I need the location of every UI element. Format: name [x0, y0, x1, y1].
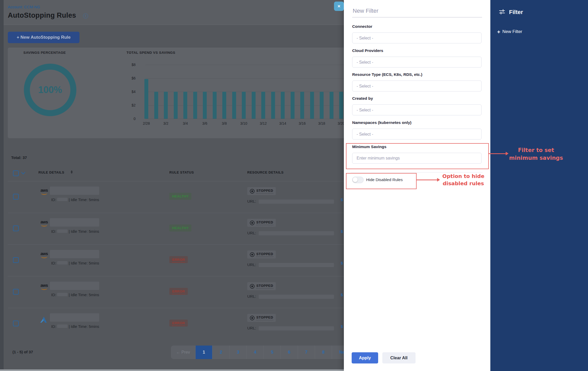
status-badge: ERROR — [169, 256, 188, 263]
spend-bar — [320, 92, 324, 119]
aws-icon: aws — [39, 252, 49, 258]
spend-bar — [242, 92, 246, 119]
spend-bar — [213, 92, 217, 119]
spend-bar — [310, 92, 314, 119]
redacted-rule-name — [50, 282, 99, 290]
row-checkbox[interactable] — [13, 321, 19, 326]
column-rule-details: RULE DETAILS — [38, 170, 64, 174]
resource-url-line: URL: — [247, 294, 334, 299]
x-axis-tick: 3/18 — [316, 121, 328, 125]
azure-icon — [40, 316, 47, 324]
y-axis-tick: $6 — [122, 76, 136, 80]
hide-disabled-rules-label: Hide Disabled Rules — [366, 177, 403, 182]
spend-bar — [222, 92, 226, 119]
rule-id-line: ID: | Idle Time: 5mins — [51, 197, 99, 202]
sliders-icon — [499, 8, 505, 16]
created-by-select[interactable]: - Select - — [352, 104, 482, 115]
stopped-icon — [250, 316, 255, 320]
spend-bar — [144, 79, 148, 119]
cloud-providers-select[interactable]: - Select - — [352, 57, 482, 68]
sort-icon[interactable] — [71, 170, 73, 174]
spend-chart-title: TOTAL SPEND VS SAVINGS — [126, 51, 175, 55]
spend-bar — [252, 92, 256, 119]
resource-state-badge[interactable]: STOPPED — [247, 314, 276, 322]
filter-name-input[interactable] — [352, 7, 483, 15]
spend-bar — [339, 92, 343, 119]
clear-all-button[interactable]: Clear All — [382, 352, 416, 363]
collapsed-nav-strip — [0, 0, 4, 371]
rule-id-line: ID: | Idle Time: 5mins — [51, 229, 99, 234]
resource-url-line: URL: — [247, 326, 334, 330]
y-axis-tick: $4 — [122, 90, 136, 94]
spend-bar — [300, 92, 304, 119]
page-button-2[interactable]: 2 — [212, 346, 230, 359]
resource-state-badge[interactable]: STOPPED — [247, 250, 276, 259]
spend-bar — [183, 92, 187, 119]
spend-bar — [174, 92, 178, 119]
plus-icon: + — [497, 30, 500, 34]
breadcrumb-account-link[interactable]: Account: CCM-NG — [8, 5, 40, 9]
section-divider — [351, 172, 483, 173]
savings-fragment: $ — [341, 197, 343, 202]
page-button-4[interactable]: 4 — [247, 346, 264, 359]
resource-state-badge[interactable]: STOPPED — [247, 187, 276, 195]
spend-bar — [330, 92, 333, 119]
pagination-range-label: (1 - 5) of 37 — [12, 350, 33, 354]
namespaces-select[interactable]: - Select - — [352, 129, 482, 140]
aws-icon: aws — [39, 220, 49, 227]
page-button-1[interactable]: 1 — [196, 346, 213, 359]
rule-id-line: ID: | Idle Time: 5mins — [51, 293, 99, 297]
pagination: ← Prev 1 2 3 4 5 6 7 8 Next — [171, 346, 355, 359]
spend-bar — [193, 92, 197, 119]
spend-bar — [154, 92, 158, 119]
x-axis-tick: 3/16 — [296, 121, 308, 125]
table-total-count: Total: 37 — [11, 155, 27, 160]
status-badge: ERROR — [169, 320, 188, 327]
savings-percentage-title: SAVINGS PERCENTAGE — [23, 51, 66, 55]
status-badge: ERROR — [169, 288, 188, 295]
select-all-checkbox[interactable] — [13, 170, 19, 176]
resource-state-badge[interactable]: STOPPED — [247, 282, 276, 290]
stopped-icon — [250, 189, 255, 194]
cloud-providers-label: Cloud Providers — [352, 48, 383, 53]
new-filter-drawer: Connector - Select - Cloud Providers - S… — [344, 0, 490, 371]
x-axis-tick: 3/12 — [257, 121, 269, 125]
info-icon[interactable]: i — [83, 14, 88, 18]
minimum-savings-input[interactable] — [352, 153, 482, 164]
row-checkbox[interactable] — [13, 226, 19, 231]
y-axis-tick: $8 — [122, 63, 136, 67]
x-axis-tick: 3/14 — [277, 121, 289, 125]
connector-select[interactable]: - Select - — [352, 32, 482, 43]
stopped-icon — [250, 221, 255, 225]
page-button-7[interactable]: 7 — [298, 346, 315, 359]
page-button-5[interactable]: 5 — [264, 346, 281, 359]
row-checkbox[interactable] — [13, 289, 19, 295]
namespaces-label: Namespaces (kubernetes only) — [352, 120, 411, 125]
prev-page-button[interactable]: ← Prev — [171, 346, 196, 359]
resource-state-badge[interactable]: STOPPED — [247, 219, 276, 227]
created-by-label: Created by — [352, 96, 373, 101]
rule-id-line: ID: | Idle Time: 5mins — [51, 324, 99, 329]
spend-bar — [271, 92, 275, 119]
row-checkbox[interactable] — [13, 194, 19, 200]
aws-icon: aws — [39, 284, 49, 290]
page-button-8[interactable]: 8 — [315, 346, 332, 359]
close-icon[interactable]: × — [334, 2, 344, 11]
page-button-6[interactable]: 6 — [281, 346, 298, 359]
row-checkbox[interactable] — [13, 257, 19, 263]
hide-disabled-rules-toggle[interactable] — [352, 177, 364, 183]
new-filter-rail-item[interactable]: + New Filter — [497, 29, 522, 34]
stopped-icon — [250, 252, 255, 257]
page-button-3[interactable]: 3 — [230, 346, 247, 359]
x-axis-tick: 3/6 — [199, 121, 211, 125]
x-axis-tick: 2/28 — [141, 121, 152, 125]
resource-type-select[interactable]: - Select - — [352, 81, 482, 91]
chevron-down-icon[interactable] — [21, 170, 25, 175]
spend-bar — [281, 92, 285, 119]
new-autostopping-rule-button[interactable]: + New AutoStopping Rule — [8, 32, 79, 43]
redacted-rule-name — [50, 313, 99, 322]
redacted-rule-name — [50, 218, 99, 227]
redacted-rule-name — [50, 250, 99, 258]
apply-button[interactable]: Apply — [352, 352, 378, 363]
x-axis-tick: 3/8 — [218, 121, 230, 125]
